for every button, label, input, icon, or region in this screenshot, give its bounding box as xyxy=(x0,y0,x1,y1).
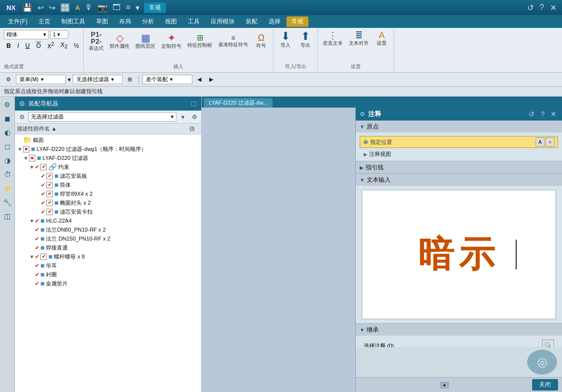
ann-close-x-btn[interactable]: ✕ xyxy=(549,110,558,118)
font-btn[interactable]: 🔠 xyxy=(59,3,72,12)
tree-expand-btn[interactable]: ▼ xyxy=(29,254,35,260)
assembly-filter[interactable]: 差个装配 ▾ xyxy=(142,75,192,84)
ann-help-btn[interactable]: ? xyxy=(539,110,546,118)
feature-control-btn[interactable]: ⊞ 特征控制框 xyxy=(185,33,214,50)
custom-symbol-btn[interactable]: ✦ 定制符号 xyxy=(159,32,183,51)
gear-icon[interactable]: ⚙ xyxy=(3,75,14,84)
sidebar-section-icon[interactable]: ◐ xyxy=(1,127,13,138)
undo-btn[interactable]: ↩ xyxy=(36,3,45,12)
window-close-btn[interactable]: ✕ xyxy=(549,3,558,12)
vertical-text-btn[interactable]: ⋮ 坚直文本 xyxy=(321,30,345,48)
annotation-view-row[interactable]: ▶ 注释视图 xyxy=(360,149,558,159)
export-btn[interactable]: ⬆ 导出 xyxy=(296,30,314,50)
menu-analysis[interactable]: 分析 xyxy=(137,16,159,27)
settings-btn[interactable]: A 设置 xyxy=(373,30,391,48)
tree-item[interactable]: ▼✔✔■螺杆螺母 x 8 xyxy=(15,252,201,261)
menu-tools[interactable]: 工具 xyxy=(183,16,205,27)
tree-checkbox[interactable]: ✔ xyxy=(46,209,53,215)
italic-btn[interactable]: I xyxy=(15,41,21,50)
nav-toolbar-btn-1[interactable]: ⚙ xyxy=(17,112,27,122)
tree-item[interactable]: ✔✔■滤芯安装板 xyxy=(15,171,201,180)
origin-btn-a[interactable]: A xyxy=(536,137,545,146)
expression-btn[interactable]: P1-P2- 表达式 xyxy=(87,30,106,53)
text-input-area[interactable]: 暗示 xyxy=(362,190,556,319)
inherit-picker-btn[interactable]: 🔍 xyxy=(542,340,554,347)
tree-item[interactable]: ▼✔✔🔗约束 xyxy=(15,162,201,171)
ann-refresh-btn[interactable]: ↺ xyxy=(527,110,536,118)
fraction-btn[interactable]: ½ xyxy=(71,41,81,50)
tree-item[interactable]: 📁截面 xyxy=(15,135,201,144)
tree-expand-btn[interactable]: ▼ xyxy=(23,155,29,161)
tree-checkbox[interactable]: ■ xyxy=(23,146,29,152)
underline-btn[interactable]: U xyxy=(23,41,32,50)
leader-section-header[interactable]: ▶ 指引线 xyxy=(356,161,562,173)
tree-item[interactable]: ✔✔■椭圆封头 x 2 xyxy=(15,198,201,207)
symbol-btn[interactable]: Ω 符号 xyxy=(252,32,270,50)
menu-layout[interactable]: 布局 xyxy=(114,16,136,27)
tree-checkbox[interactable]: ✔ xyxy=(40,164,47,170)
sidebar-view-icon[interactable]: ◻ xyxy=(1,140,13,152)
nav-filter-dropdown[interactable]: 无选择过滤器 ▾ xyxy=(28,112,176,122)
nav-toolbar-filter-btn[interactable]: ▾ xyxy=(178,112,188,122)
tree-checkbox[interactable]: ✔ xyxy=(46,173,53,179)
inherit-section-header[interactable]: ▼ 继承 xyxy=(356,324,562,336)
sidebar-flash-icon[interactable]: ⚡ xyxy=(1,182,13,194)
filter-options-btn[interactable]: ⊞ xyxy=(125,75,135,84)
menu-assembly[interactable]: 装配 xyxy=(241,16,263,27)
menu-home[interactable]: 主页 xyxy=(33,16,55,27)
nav-back-btn[interactable]: ◀ xyxy=(194,75,204,84)
window-btn[interactable]: 🗔 xyxy=(111,3,122,12)
menu-icon[interactable]: ≡ xyxy=(124,3,132,12)
tree-item[interactable]: ✔■吊耳 xyxy=(15,261,201,270)
text-align-btn[interactable]: ≣ 文本对齐 xyxy=(347,30,371,48)
tree-checkbox[interactable]: ✔ xyxy=(46,200,53,206)
tree-checkbox[interactable]: ✔ xyxy=(46,191,53,197)
tree-item[interactable]: ▼✔■HLC-22A4 xyxy=(15,216,201,225)
tree-item[interactable]: ✔✔■滤芯安装卡扣 xyxy=(15,207,201,216)
tree-item[interactable]: ✔■焊接直通 xyxy=(15,243,201,252)
menu-general[interactable]: 常规 xyxy=(286,16,308,27)
tree-item[interactable]: ✔✔■焊管89X4 x 2 xyxy=(15,189,201,198)
tree-checkbox[interactable]: ■ xyxy=(29,155,35,161)
window-refresh-btn[interactable]: ↺ xyxy=(526,3,535,12)
font-size-input[interactable]: 1 ▾ xyxy=(50,30,68,39)
menu-sketch[interactable]: 草图 xyxy=(91,16,113,27)
subscript-btn[interactable]: X2 xyxy=(58,40,70,50)
tree-expand-btn[interactable]: ▼ xyxy=(29,164,35,170)
tree-item[interactable]: ✔■金属垫片 xyxy=(15,279,201,288)
mic-btn[interactable]: 🎙 xyxy=(83,3,94,12)
filter-dropdown[interactable]: 无选择过滤器 ▾ xyxy=(73,75,123,84)
menu-apps[interactable]: 应用模块 xyxy=(206,16,240,27)
origin-input-box[interactable]: ⊕ 指定位置 A × xyxy=(360,136,558,148)
col-header-name[interactable]: 描述性部件名 ▲ xyxy=(17,125,189,132)
ann-close-button[interactable]: 关闭 xyxy=(532,379,558,391)
tree-item[interactable]: ▼■■LYAF-D220 过滤器-dwg1（顺序：时间顺序） xyxy=(15,144,201,153)
tree-expand-btn[interactable]: ▼ xyxy=(29,218,35,224)
text-btn[interactable]: A xyxy=(74,4,81,11)
origin-btn-x[interactable]: × xyxy=(546,137,555,146)
origin-section-header[interactable]: ▼ 原点 xyxy=(356,121,562,132)
sidebar-display-icon[interactable]: ◑ xyxy=(1,154,13,166)
redo-btn[interactable]: ↪ xyxy=(47,3,57,12)
menu-view[interactable]: 视图 xyxy=(160,16,182,27)
col-header-info[interactable]: 信 xyxy=(189,125,199,132)
tree-item[interactable]: ✔■法兰DN80_PN10-RF x 2 xyxy=(15,225,201,234)
tree-item[interactable]: ▼■■LYAF-D220 过滤器 xyxy=(15,153,201,162)
navigator-maximize-btn[interactable]: □ xyxy=(190,100,197,108)
bold-btn[interactable]: B xyxy=(4,41,13,50)
text-input-section-header[interactable]: ▼ 文本输入 xyxy=(356,174,562,186)
tree-item[interactable]: ✔✔■筒体 xyxy=(15,180,201,189)
font-selector[interactable]: 楷体 ▾ xyxy=(4,30,49,39)
dropdown-btn[interactable]: ▾ xyxy=(134,3,141,12)
sidebar-time-icon[interactable]: ⏱ xyxy=(1,168,13,180)
nav-forward-btn[interactable]: ▶ xyxy=(206,75,216,84)
save-btn[interactable]: 💾 xyxy=(21,3,34,12)
camera-btn[interactable]: 📷 xyxy=(96,3,109,12)
sidebar-grid-icon[interactable]: ◫ xyxy=(1,210,13,222)
sheet-zone-btn[interactable]: ▦ 图纸页区 xyxy=(134,32,157,51)
superscript-btn[interactable]: X2 xyxy=(45,40,57,51)
menu-select[interactable]: 选择 xyxy=(264,16,285,27)
menu-drawing-tools[interactable]: 制图工具 xyxy=(56,16,90,27)
overline-btn[interactable]: O xyxy=(34,41,43,50)
sidebar-gear-icon[interactable]: ⚙ xyxy=(1,99,13,111)
